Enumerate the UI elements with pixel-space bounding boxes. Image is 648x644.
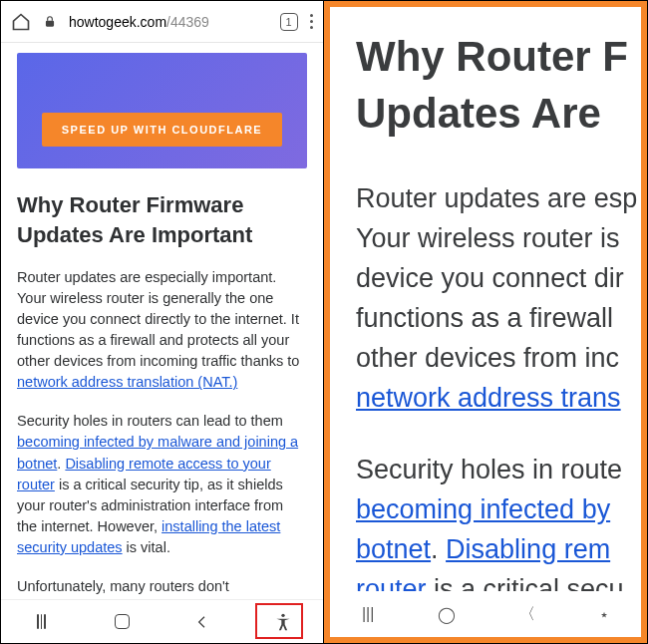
zoom-a11y-icon[interactable]: ⋆: [599, 605, 609, 624]
ad-banner[interactable]: SPEED UP WITH CLOUDFLARE: [17, 53, 307, 168]
kebab-menu-icon[interactable]: [310, 14, 314, 30]
url-text[interactable]: howtogeek.com/44369: [69, 14, 209, 30]
tabs-button[interactable]: 1: [280, 13, 298, 31]
home-button[interactable]: [102, 614, 142, 629]
home-icon[interactable]: [11, 12, 31, 32]
svg-rect-0: [46, 20, 54, 26]
zoom-heading: Why Router FUpdates Are: [356, 29, 641, 142]
phone-screen-normal: howtogeek.com/44369 1 SPEED UP WITH CLOU…: [1, 1, 324, 643]
zoom-paragraph-1: Router updates are esp Your wireless rou…: [356, 179, 641, 419]
phone-screen-zoomed: Why Router FUpdates Are Router updates a…: [324, 1, 647, 643]
banner-cta-button[interactable]: SPEED UP WITH CLOUDFLARE: [42, 113, 282, 147]
recent-apps-button[interactable]: [21, 614, 61, 629]
browser-address-bar: howtogeek.com/44369 1: [1, 1, 323, 43]
article-heading: Why Router Firmware Updates Are Importan…: [17, 190, 307, 249]
zoom-remote-link[interactable]: Disabling rem: [446, 534, 610, 564]
zoom-android-nav-bar: ||| ◯ 〈 ⋆: [330, 591, 641, 637]
article-paragraph-2: Security holes in routers can lead to th…: [17, 411, 307, 557]
zoom-botnet-link-2[interactable]: botnet: [356, 534, 431, 564]
android-nav-bar: [1, 599, 323, 643]
back-button[interactable]: [182, 614, 222, 630]
article-paragraph-3: Unfortunately, many routers don't automa…: [17, 576, 307, 599]
page-content: SPEED UP WITH CLOUDFLARE Why Router Firm…: [1, 43, 323, 599]
svg-point-1: [281, 613, 284, 616]
article-paragraph-1: Router updates are especially important.…: [17, 267, 307, 393]
zoom-back-icon[interactable]: 〈: [519, 604, 535, 625]
zoom-home-icon[interactable]: ◯: [438, 605, 456, 624]
zoom-recents-icon[interactable]: |||: [362, 605, 374, 623]
lock-icon: [43, 15, 57, 29]
zoom-nat-link[interactable]: network address trans: [356, 383, 621, 413]
accessibility-button[interactable]: [263, 612, 303, 632]
zoom-botnet-link[interactable]: becoming infected by: [356, 494, 610, 524]
zoom-paragraph-2: Security holes in route becoming infecte…: [356, 451, 641, 610]
nat-link[interactable]: network address translation (NAT.): [17, 374, 237, 390]
